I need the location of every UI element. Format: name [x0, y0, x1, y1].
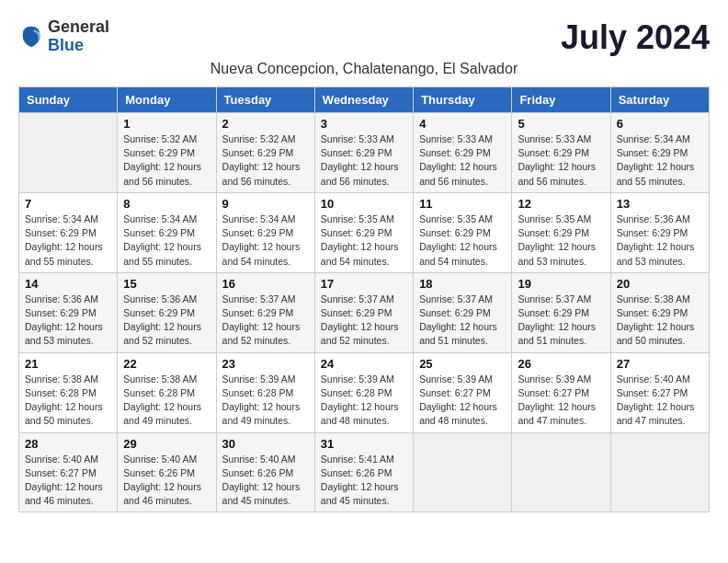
day-cell: 15Sunrise: 5:36 AMSunset: 6:29 PMDayligh… [118, 272, 216, 352]
day-info: Sunrise: 5:34 AMSunset: 6:29 PMDaylight:… [123, 213, 210, 269]
day-info: Sunrise: 5:37 AMSunset: 6:29 PMDaylight:… [321, 293, 407, 349]
day-cell: 7Sunrise: 5:34 AMSunset: 6:29 PMDaylight… [19, 192, 118, 272]
day-info: Sunrise: 5:38 AMSunset: 6:28 PMDaylight:… [123, 373, 210, 429]
day-cell: 20Sunrise: 5:38 AMSunset: 6:29 PMDayligh… [610, 272, 709, 352]
day-number: 2 [222, 117, 309, 131]
day-number: 20 [617, 277, 703, 291]
day-info: Sunrise: 5:38 AMSunset: 6:29 PMDaylight:… [617, 293, 703, 349]
location-title: Nueva Concepcion, Chalatenango, El Salva… [18, 61, 710, 77]
day-info: Sunrise: 5:34 AMSunset: 6:29 PMDaylight:… [617, 132, 703, 189]
day-cell: 14Sunrise: 5:36 AMSunset: 6:29 PMDayligh… [19, 272, 118, 352]
day-info: Sunrise: 5:37 AMSunset: 6:29 PMDaylight:… [518, 293, 604, 349]
day-number: 22 [123, 357, 210, 371]
day-number: 17 [321, 277, 407, 291]
header-row: SundayMondayTuesdayWednesdayThursdayFrid… [19, 87, 710, 113]
day-cell: 4Sunrise: 5:33 AMSunset: 6:29 PMDaylight… [414, 113, 512, 193]
day-cell: 5Sunrise: 5:33 AMSunset: 6:29 PMDaylight… [512, 113, 610, 193]
day-number: 27 [617, 357, 703, 371]
day-number: 28 [25, 437, 111, 451]
day-info: Sunrise: 5:39 AMSunset: 6:27 PMDaylight:… [518, 373, 604, 429]
day-info: Sunrise: 5:35 AMSunset: 6:29 PMDaylight:… [419, 213, 506, 269]
day-number: 15 [123, 277, 210, 291]
day-cell: 13Sunrise: 5:36 AMSunset: 6:29 PMDayligh… [610, 192, 709, 272]
day-number: 29 [123, 437, 210, 451]
day-info: Sunrise: 5:37 AMSunset: 6:29 PMDaylight:… [222, 293, 309, 349]
day-number: 9 [222, 197, 309, 211]
day-info: Sunrise: 5:33 AMSunset: 6:29 PMDaylight:… [321, 132, 407, 189]
day-number: 30 [222, 437, 309, 451]
day-number: 24 [321, 357, 407, 371]
day-number: 31 [321, 437, 407, 451]
day-number: 5 [518, 117, 604, 131]
day-info: Sunrise: 5:39 AMSunset: 6:28 PMDaylight:… [321, 373, 407, 429]
day-cell: 23Sunrise: 5:39 AMSunset: 6:28 PMDayligh… [216, 352, 314, 432]
column-header-wednesday: Wednesday [314, 87, 413, 113]
week-row-3: 14Sunrise: 5:36 AMSunset: 6:29 PMDayligh… [19, 272, 710, 352]
day-cell: 30Sunrise: 5:40 AMSunset: 6:26 PMDayligh… [216, 432, 314, 512]
day-info: Sunrise: 5:36 AMSunset: 6:29 PMDaylight:… [25, 293, 111, 349]
column-header-thursday: Thursday [414, 87, 512, 113]
day-info: Sunrise: 5:32 AMSunset: 6:29 PMDaylight:… [222, 132, 309, 189]
title-section: July 2024 [561, 18, 710, 57]
day-info: Sunrise: 5:40 AMSunset: 6:26 PMDaylight:… [222, 453, 309, 509]
day-info: Sunrise: 5:36 AMSunset: 6:29 PMDaylight:… [123, 293, 210, 349]
day-cell: 29Sunrise: 5:40 AMSunset: 6:26 PMDayligh… [118, 432, 216, 512]
day-cell: 31Sunrise: 5:41 AMSunset: 6:26 PMDayligh… [314, 432, 413, 512]
day-cell: 25Sunrise: 5:39 AMSunset: 6:27 PMDayligh… [414, 352, 512, 432]
day-number: 6 [617, 117, 703, 131]
day-cell: 10Sunrise: 5:35 AMSunset: 6:29 PMDayligh… [314, 192, 413, 272]
day-info: Sunrise: 5:36 AMSunset: 6:29 PMDaylight:… [617, 213, 703, 269]
column-header-friday: Friday [512, 87, 610, 113]
day-info: Sunrise: 5:33 AMSunset: 6:29 PMDaylight:… [419, 132, 506, 189]
day-cell: 17Sunrise: 5:37 AMSunset: 6:29 PMDayligh… [314, 272, 413, 352]
day-info: Sunrise: 5:33 AMSunset: 6:29 PMDaylight:… [518, 132, 604, 189]
month-title: July 2024 [561, 18, 710, 57]
day-info: Sunrise: 5:39 AMSunset: 6:27 PMDaylight:… [419, 373, 506, 429]
day-info: Sunrise: 5:35 AMSunset: 6:29 PMDaylight:… [321, 213, 407, 269]
day-number: 8 [123, 197, 210, 211]
column-header-monday: Monday [118, 87, 216, 113]
day-cell: 1Sunrise: 5:32 AMSunset: 6:29 PMDaylight… [118, 113, 216, 193]
column-header-saturday: Saturday [610, 87, 709, 113]
day-cell: 27Sunrise: 5:40 AMSunset: 6:27 PMDayligh… [610, 352, 709, 432]
day-cell: 19Sunrise: 5:37 AMSunset: 6:29 PMDayligh… [512, 272, 610, 352]
day-info: Sunrise: 5:38 AMSunset: 6:28 PMDaylight:… [25, 373, 111, 429]
day-cell: 28Sunrise: 5:40 AMSunset: 6:27 PMDayligh… [19, 432, 118, 512]
logo-blue: Blue [48, 37, 109, 55]
day-cell: 8Sunrise: 5:34 AMSunset: 6:29 PMDaylight… [118, 192, 216, 272]
column-header-tuesday: Tuesday [216, 87, 314, 113]
day-cell: 9Sunrise: 5:34 AMSunset: 6:29 PMDaylight… [216, 192, 314, 272]
week-row-4: 21Sunrise: 5:38 AMSunset: 6:28 PMDayligh… [19, 352, 710, 432]
column-header-sunday: Sunday [19, 87, 118, 113]
day-number: 1 [123, 117, 210, 131]
header: General Blue July 2024 [18, 18, 710, 57]
day-number: 19 [518, 277, 604, 291]
week-row-5: 28Sunrise: 5:40 AMSunset: 6:27 PMDayligh… [19, 432, 710, 512]
day-info: Sunrise: 5:34 AMSunset: 6:29 PMDaylight:… [25, 213, 111, 269]
day-cell: 3Sunrise: 5:33 AMSunset: 6:29 PMDaylight… [314, 113, 413, 193]
week-row-1: 1Sunrise: 5:32 AMSunset: 6:29 PMDaylight… [19, 113, 710, 193]
day-number: 18 [419, 277, 506, 291]
day-number: 14 [25, 277, 111, 291]
day-cell: 18Sunrise: 5:37 AMSunset: 6:29 PMDayligh… [414, 272, 512, 352]
day-info: Sunrise: 5:34 AMSunset: 6:29 PMDaylight:… [222, 213, 309, 269]
day-info: Sunrise: 5:32 AMSunset: 6:29 PMDaylight:… [123, 132, 210, 189]
day-number: 16 [222, 277, 309, 291]
logo-icon [18, 24, 44, 50]
day-info: Sunrise: 5:40 AMSunset: 6:27 PMDaylight:… [25, 453, 111, 509]
day-cell: 22Sunrise: 5:38 AMSunset: 6:28 PMDayligh… [118, 352, 216, 432]
day-cell [512, 432, 610, 512]
day-cell: 16Sunrise: 5:37 AMSunset: 6:29 PMDayligh… [216, 272, 314, 352]
day-cell: 21Sunrise: 5:38 AMSunset: 6:28 PMDayligh… [19, 352, 118, 432]
day-number: 10 [321, 197, 407, 211]
day-cell: 24Sunrise: 5:39 AMSunset: 6:28 PMDayligh… [314, 352, 413, 432]
logo: General Blue [18, 18, 109, 55]
day-number: 25 [419, 357, 506, 371]
day-info: Sunrise: 5:40 AMSunset: 6:26 PMDaylight:… [123, 453, 210, 509]
day-number: 4 [419, 117, 506, 131]
day-info: Sunrise: 5:41 AMSunset: 6:26 PMDaylight:… [321, 453, 407, 509]
day-info: Sunrise: 5:40 AMSunset: 6:27 PMDaylight:… [617, 373, 703, 429]
calendar-table: SundayMondayTuesdayWednesdayThursdayFrid… [18, 86, 710, 512]
day-number: 26 [518, 357, 604, 371]
day-cell: 11Sunrise: 5:35 AMSunset: 6:29 PMDayligh… [414, 192, 512, 272]
